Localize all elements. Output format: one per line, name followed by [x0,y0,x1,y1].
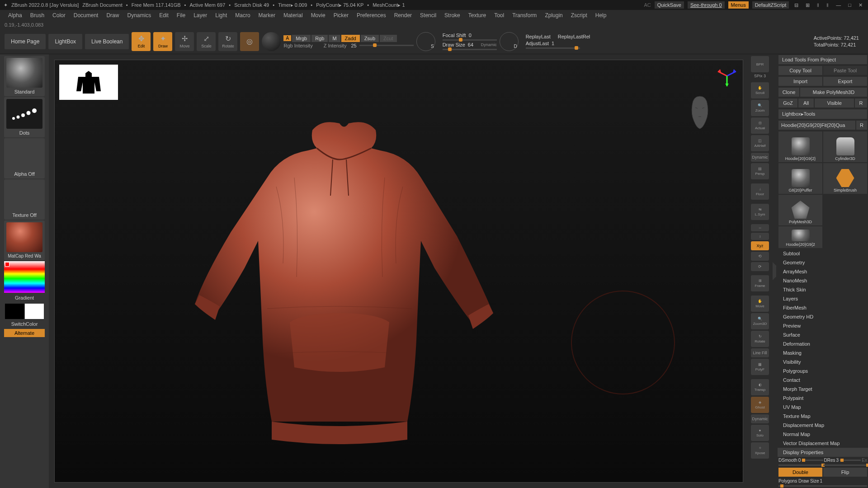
menu-brush[interactable]: Brush [27,11,48,20]
canvas[interactable] [54,60,743,483]
panel-displacement[interactable]: Displacement Map [778,421,868,430]
draw-button[interactable]: ✦Draw [153,32,172,51]
tool-simplebrush[interactable]: SimpleBrush [823,163,867,194]
panel-fibermesh[interactable]: FiberMesh [778,303,868,312]
makepolymesh-button[interactable]: Make PolyMesh3D [800,88,867,97]
rotate-button[interactable]: ↻Rotate [218,32,237,51]
menu-marker[interactable]: Marker [255,11,279,20]
polyf-button[interactable]: ▦PolyF [751,359,769,375]
rotate3d-button[interactable]: ↻Rotate [751,331,769,347]
alpha-selector[interactable]: Alpha Off [4,138,45,178]
menu-color[interactable]: Color [49,11,69,20]
panel-uvmap[interactable]: UV Map [778,403,868,412]
rot-y-button[interactable]: ⟲ [751,252,769,261]
menu-document[interactable]: Document [70,11,102,20]
copytool-button[interactable]: Copy Tool [778,66,822,75]
close-icon[interactable]: ✕ [857,2,864,8]
dres-slider[interactable] [840,460,861,461]
texture-selector[interactable]: Texture Off [4,179,45,220]
panel-normalmap[interactable]: Normal Map [778,430,868,439]
zoom-button[interactable]: 🔍Zoom [751,100,769,116]
all-button[interactable]: All [798,99,814,108]
panel-contact[interactable]: Contact [778,375,868,385]
drawsize-slider[interactable] [443,49,497,50]
swatch-white[interactable] [25,304,44,319]
zoom3d-button[interactable]: 🔍Zoom3D [751,313,769,329]
menu-help[interactable]: Help [592,11,610,20]
quicksave-button[interactable]: QuickSave [655,1,684,9]
polydrawsize-slider[interactable] [778,485,867,487]
persp-button[interactable]: ▤Persp [751,163,769,179]
liveboolean-button[interactable]: Live Boolean [85,34,129,49]
d-indicator[interactable]: D [500,32,519,51]
current-tool-name[interactable]: Hoodie{20}G9{20}Fit{20}Qua [778,121,855,130]
menu-edit[interactable]: Edit [156,11,172,20]
stroke-selector[interactable]: Dots [4,97,45,137]
swatch-black[interactable] [5,304,24,319]
zintensity-slider[interactable] [359,45,414,46]
alternate-button[interactable]: Alternate [4,329,45,337]
panel-vdm[interactable]: Vector Displacement Map [778,439,868,448]
export-button[interactable]: Export [823,77,867,86]
r2-button[interactable]: R [856,121,867,130]
menus-button[interactable]: Menus [728,1,749,9]
move3d-button[interactable]: ✋Move [751,296,769,312]
panel-divider[interactable] [773,262,776,280]
xyz-button[interactable]: Xyz [751,241,769,250]
homepage-button[interactable]: Home Page [5,34,46,49]
menu-light[interactable]: Light [212,11,231,20]
defaultzscript-button[interactable]: DefaultZScript [752,1,789,9]
axis-y-button[interactable]: ↕ [751,233,769,240]
lightbox-button[interactable]: LightBox [48,34,82,49]
solo-button[interactable]: ●Solo [751,425,769,441]
panel-geometry[interactable]: Geometry [778,258,868,267]
tool-puffer[interactable]: G8{20}Puffer [778,163,822,194]
panel-displayprops[interactable]: Display Properties [778,448,868,457]
aahalf-button[interactable]: ◫AAHalf [751,135,769,151]
dsmooth-slider[interactable] [802,460,823,461]
menu-zscript[interactable]: Zscript [567,11,591,20]
import-button[interactable]: Import [778,77,822,86]
rot-z-button[interactable]: ⟳ [751,262,769,271]
camera-reference-head[interactable] [684,92,716,132]
panel-nanomesh[interactable]: NanoMesh [778,276,868,285]
menu-transform[interactable]: Transform [509,11,540,20]
move-button[interactable]: ✢Move [175,32,194,51]
switchcolor-button[interactable]: SwitchColor [0,320,49,328]
menu-layer[interactable]: Layer [190,11,211,20]
seethrough-slider[interactable]: See-through 0 [688,1,725,9]
goz-button[interactable]: GoZ [778,99,797,108]
lsym-button[interactable]: ⇋L.Sym [751,204,769,220]
menu-draw[interactable]: Draw [103,11,123,20]
tool-cylinder[interactable]: Cylinder3D [823,131,867,162]
panel-visibility[interactable]: Visibility [778,357,868,366]
scale-button[interactable]: ⤢Scale [197,32,216,51]
color-picker[interactable] [4,261,45,293]
visible-button[interactable]: Visible [815,99,854,108]
panel-thickskin[interactable]: Thick Skin [778,285,868,294]
double-button[interactable]: Double [778,468,822,477]
panel-geomhd[interactable]: Geometry HD [778,312,868,321]
panel-polygroups[interactable]: Polygroups [778,366,868,375]
pastetool-button[interactable]: Paste Tool [823,66,867,75]
bpr-button[interactable]: BPR [751,56,769,72]
frame-button[interactable]: ⊞Frame [751,275,769,291]
dock-icon-3[interactable]: ⫴ [815,2,821,8]
dock-icon-4[interactable]: ⫴ [825,2,830,8]
menu-dynamics[interactable]: Dynamics [123,11,155,20]
m-button[interactable]: M [329,35,340,42]
menu-movie[interactable]: Movie [307,11,329,20]
menu-macro[interactable]: Macro [231,11,254,20]
mrgb-button[interactable]: Mrgb [292,35,311,42]
panel-surface[interactable]: Surface [778,330,868,339]
s-indicator[interactable]: S [416,32,435,51]
menu-material[interactable]: Material [280,11,307,20]
minimize-icon[interactable]: — [834,2,843,8]
loadtools-button[interactable]: Load Tools From Project [778,55,867,64]
menu-alpha[interactable]: Alpha [5,11,26,20]
dynamic-label[interactable]: Dynamic [481,42,497,47]
dock-icon-2[interactable]: ⊞ [804,2,811,8]
menu-render[interactable]: Render [391,11,415,20]
maximize-icon[interactable]: □ [846,2,853,8]
tool-polymesh[interactable]: PolyMesh3D [778,195,822,225]
